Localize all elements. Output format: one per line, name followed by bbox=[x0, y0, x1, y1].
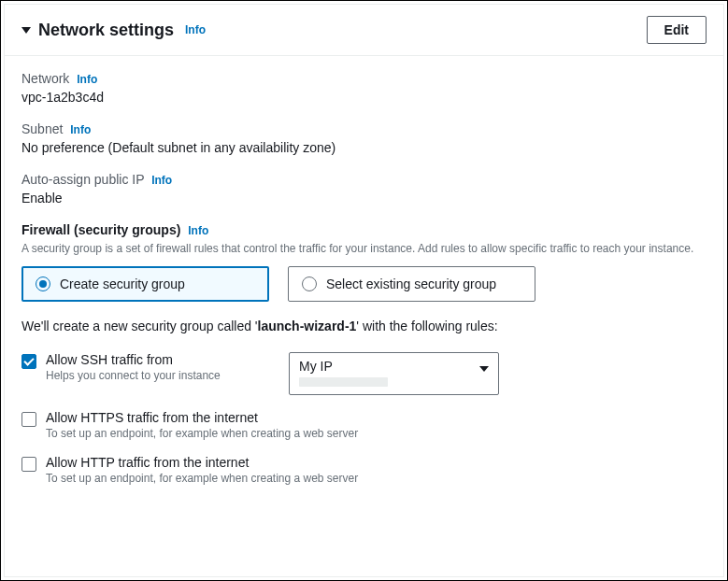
rule-https: Allow HTTPS traffic from the internet To… bbox=[21, 410, 707, 440]
subnet-value: No preference (Default subnet in any ava… bbox=[21, 140, 707, 155]
subnet-label-text: Subnet bbox=[21, 121, 63, 136]
field-network: Network Info vpc-1a2b3c4d bbox=[21, 71, 707, 105]
edit-button[interactable]: Edit bbox=[647, 16, 707, 44]
rule-https-desc: To set up an endpoint, for example when … bbox=[46, 427, 707, 440]
ssh-source-ip-placeholder bbox=[299, 377, 388, 387]
rule-http-label: Allow HTTP traffic from the internet bbox=[46, 455, 707, 470]
rule-ssh: Allow SSH traffic from Helps you connect… bbox=[21, 352, 707, 395]
radio-icon bbox=[36, 276, 50, 291]
info-link-subnet[interactable]: Info bbox=[70, 123, 91, 136]
rule-http: Allow HTTP traffic from the internet To … bbox=[21, 455, 707, 485]
rule-ssh-label: Allow SSH traffic from bbox=[46, 352, 270, 367]
subnet-label: Subnet Info bbox=[21, 121, 707, 136]
rules-intro-suffix: ' with the following rules: bbox=[356, 319, 497, 333]
checkbox-allow-http[interactable] bbox=[21, 457, 36, 472]
rule-ssh-desc: Helps you connect to your instance bbox=[46, 369, 270, 382]
radio-select-existing-security-group[interactable]: Select existing security group bbox=[288, 266, 535, 302]
auto-assign-label: Auto-assign public IP Info bbox=[21, 172, 707, 187]
radio-icon bbox=[302, 276, 317, 291]
firewall-label: Firewall (security groups) Info bbox=[21, 222, 707, 237]
rule-http-desc: To set up an endpoint, for example when … bbox=[46, 472, 707, 485]
network-label-text: Network bbox=[21, 71, 69, 86]
collapse-caret-icon[interactable] bbox=[21, 27, 31, 34]
info-link-auto-assign[interactable]: Info bbox=[151, 174, 172, 187]
radio-create-security-group[interactable]: Create security group bbox=[21, 266, 269, 302]
firewall-desc: A security group is a set of firewall ru… bbox=[21, 241, 707, 257]
radio-create-label: Create security group bbox=[60, 276, 185, 291]
info-link-network[interactable]: Info bbox=[77, 73, 97, 86]
section-title: Network settings bbox=[38, 21, 174, 40]
field-subnet: Subnet Info No preference (Default subne… bbox=[21, 121, 707, 155]
rules-intro-name: launch-wizard-1 bbox=[258, 319, 357, 333]
network-label: Network Info bbox=[21, 71, 707, 86]
firewall-radio-group: Create security group Select existing se… bbox=[21, 266, 707, 302]
panel-body: Network Info vpc-1a2b3c4d Subnet Info No… bbox=[5, 56, 723, 576]
ssh-source-value: My IP bbox=[299, 359, 489, 374]
info-link-header[interactable]: Info bbox=[185, 23, 206, 36]
rules-intro-prefix: We'll create a new security group called… bbox=[21, 319, 258, 333]
radio-select-label: Select existing security group bbox=[326, 276, 496, 291]
field-auto-assign: Auto-assign public IP Info Enable bbox=[21, 172, 707, 205]
ssh-source-select[interactable]: My IP bbox=[289, 352, 499, 395]
network-value: vpc-1a2b3c4d bbox=[21, 90, 707, 105]
field-firewall: Firewall (security groups) Info A securi… bbox=[21, 222, 707, 302]
auto-assign-value: Enable bbox=[21, 191, 707, 205]
rules-intro: We'll create a new security group called… bbox=[21, 319, 707, 333]
firewall-label-text: Firewall (security groups) bbox=[21, 222, 180, 237]
info-link-firewall[interactable]: Info bbox=[188, 224, 208, 237]
chevron-down-icon bbox=[479, 366, 489, 372]
checkbox-allow-https[interactable] bbox=[21, 412, 36, 427]
panel-header: Network settings Info Edit bbox=[5, 5, 723, 56]
rule-https-label: Allow HTTPS traffic from the internet bbox=[46, 410, 707, 425]
checkbox-allow-ssh[interactable] bbox=[21, 354, 36, 369]
network-settings-panel: Network settings Info Edit Network Info … bbox=[4, 4, 724, 577]
auto-assign-label-text: Auto-assign public IP bbox=[21, 172, 144, 187]
